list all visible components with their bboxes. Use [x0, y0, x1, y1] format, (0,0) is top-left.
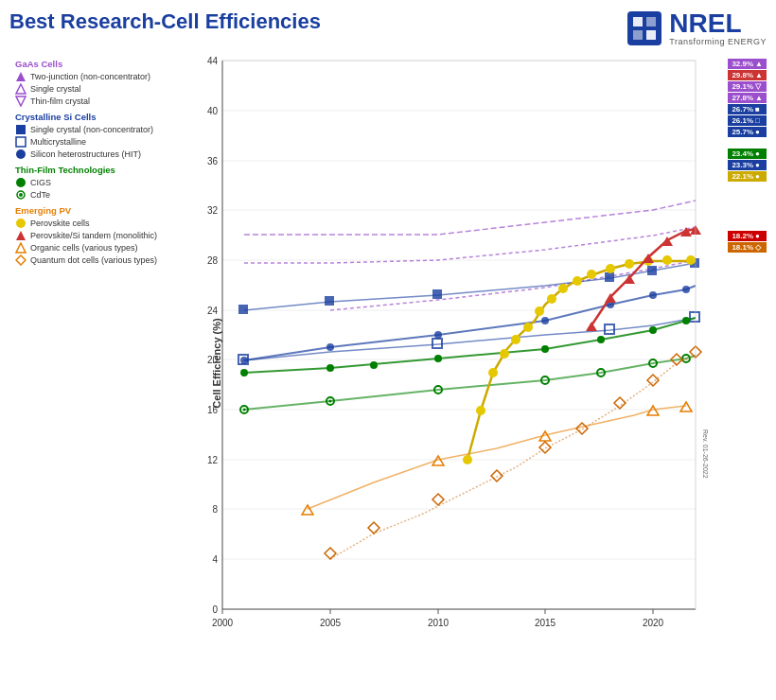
- badge-29-8: 29.8% ▲: [728, 70, 767, 80]
- svg-text:Rev. 01-26-2022: Rev. 01-26-2022: [702, 429, 709, 479]
- legend-em-3: Organic cells (various types): [15, 242, 179, 254]
- svg-rect-8: [16, 125, 26, 134]
- nrel-logo: NREL Transforming ENERGY: [626, 9, 767, 47]
- svg-rect-58: [605, 272, 614, 282]
- badge-29-1: 29.1% ▽: [728, 81, 767, 92]
- svg-point-113: [573, 276, 582, 286]
- svg-rect-4: [646, 30, 656, 40]
- main-content: GaAs Cells Two-junction (non-concentrato…: [9, 51, 767, 675]
- svg-text:4: 4: [212, 554, 218, 565]
- legend-gaas-2: Single crystal: [15, 83, 179, 95]
- svg-text:40: 40: [207, 106, 219, 116]
- legend-si-3: Silicon heterostructures (HIT): [15, 149, 179, 160]
- crystalline-title: Crystalline Si Cells: [15, 112, 179, 122]
- legend-si-2: Multicrystalline: [15, 136, 179, 148]
- legend-gaas-1: Two-junction (non-concentrator): [15, 71, 179, 82]
- svg-text:32: 32: [207, 205, 219, 216]
- diamond-open-icon: [15, 254, 26, 266]
- svg-point-75: [434, 355, 442, 362]
- svg-point-110: [535, 306, 544, 316]
- svg-point-115: [606, 264, 615, 273]
- circle-filled-blue-icon: [15, 149, 26, 160]
- circle-filled-green-icon: [15, 177, 26, 188]
- svg-marker-7: [16, 96, 26, 106]
- svg-text:2015: 2015: [535, 618, 556, 628]
- svg-point-78: [649, 326, 657, 334]
- svg-text:0: 0: [212, 604, 218, 615]
- legend-tf-2: CdTe: [15, 189, 179, 201]
- nrel-text-group: NREL Transforming ENERGY: [669, 10, 767, 46]
- svg-point-106: [488, 368, 498, 377]
- svg-point-71: [682, 286, 690, 293]
- circle-filled-yellow-icon: [15, 218, 26, 229]
- svg-rect-2: [646, 17, 656, 26]
- legend-em-1: Perovskite cells: [15, 218, 179, 229]
- svg-point-112: [558, 284, 568, 293]
- svg-point-81: [243, 409, 246, 411]
- svg-point-10: [16, 149, 26, 159]
- svg-text:2005: 2005: [320, 618, 342, 628]
- svg-rect-9: [16, 137, 26, 147]
- svg-text:24: 24: [207, 306, 219, 316]
- circle-ring-green-icon: [15, 189, 26, 201]
- badge-22-1: 22.1% ●: [728, 171, 767, 182]
- svg-point-11: [16, 178, 26, 187]
- svg-point-118: [662, 255, 672, 265]
- legend-gaas-3: Thin-film crystal: [15, 96, 179, 107]
- svg-point-108: [511, 335, 520, 344]
- badge-32-9: 32.9% ▲: [728, 59, 767, 69]
- triangle-filled-purple-icon: [15, 71, 26, 82]
- svg-point-77: [597, 336, 605, 343]
- badge-26-1: 26.1% □: [728, 115, 767, 126]
- nrel-logo-icon: [626, 9, 663, 47]
- emerging-title: Emerging PV: [15, 205, 179, 216]
- chart-region: Cell Efficiency (%): [185, 51, 767, 675]
- svg-rect-1: [633, 17, 643, 26]
- legend-em-2: Perovskite/Si tandem (monolithic): [15, 230, 179, 241]
- triangle-open-orange-icon: [15, 242, 26, 254]
- badge-spacer2: [728, 183, 767, 230]
- badge-spacer: [728, 138, 767, 148]
- main-chart: 0 4 8 12 16 20 24 28 32 36 40 44 2000: [185, 51, 743, 656]
- svg-point-111: [547, 294, 556, 304]
- svg-point-104: [463, 455, 472, 464]
- svg-rect-3: [633, 30, 643, 40]
- svg-point-105: [476, 406, 485, 415]
- badges-panel: 32.9% ▲ 29.8% ▲ 29.1% ▽ 27.8% ▲: [728, 59, 767, 253]
- svg-text:28: 28: [207, 255, 219, 266]
- header: Best Research-Cell Efficiencies NREL Tra…: [9, 9, 767, 47]
- svg-point-76: [541, 345, 549, 353]
- svg-point-116: [625, 259, 634, 269]
- triangle-open-purple-icon: [15, 83, 26, 95]
- svg-text:2010: 2010: [428, 618, 450, 628]
- svg-point-66: [326, 343, 334, 351]
- y-axis-label: Cell Efficiency (%): [211, 318, 222, 408]
- svg-marker-5: [16, 72, 26, 81]
- svg-text:2000: 2000: [212, 618, 234, 628]
- badge-18-1: 18.1% ◇: [728, 242, 767, 253]
- svg-text:36: 36: [207, 156, 219, 166]
- page-container: Best Research-Cell Efficiencies NREL Tra…: [0, 0, 776, 700]
- svg-marker-17: [16, 255, 26, 265]
- svg-rect-57: [432, 289, 442, 299]
- svg-text:2020: 2020: [643, 618, 664, 628]
- svg-point-114: [587, 270, 596, 279]
- square-filled-blue-icon: [15, 124, 26, 135]
- triangle-filled-red-icon: [15, 230, 26, 241]
- svg-rect-55: [238, 305, 248, 314]
- svg-text:8: 8: [212, 504, 218, 515]
- svg-point-72: [240, 369, 248, 376]
- thinfilm-title: Thin-Film Technologies: [15, 165, 179, 175]
- svg-point-107: [500, 349, 509, 359]
- svg-point-70: [649, 291, 657, 299]
- badge-25-7: 25.7% ●: [728, 127, 767, 137]
- svg-point-65: [240, 357, 248, 364]
- chart-title: Best Research-Cell Efficiencies: [9, 9, 321, 34]
- nrel-subtitle: Transforming ENERGY: [669, 37, 767, 46]
- svg-rect-56: [325, 296, 334, 306]
- svg-point-14: [16, 219, 26, 228]
- svg-point-83: [329, 400, 332, 403]
- badge-27-8: 27.8% ▲: [728, 93, 767, 103]
- square-open-blue-icon: [15, 136, 26, 148]
- svg-point-67: [434, 331, 442, 339]
